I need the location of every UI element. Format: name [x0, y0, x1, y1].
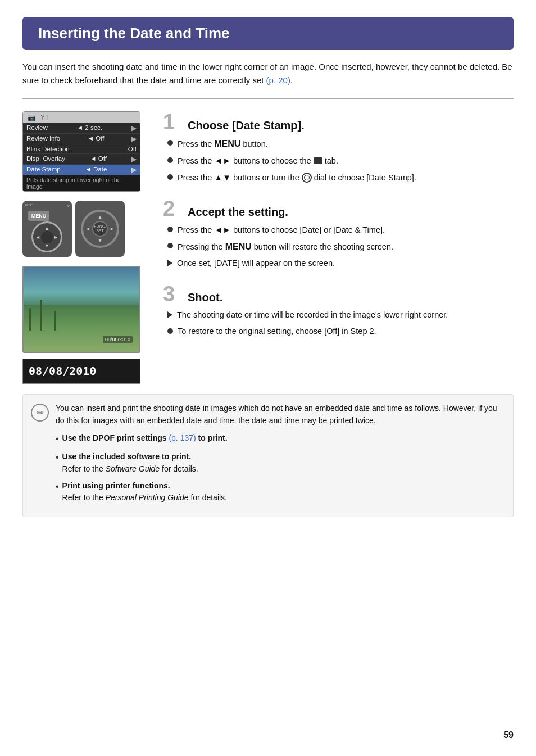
menu-key-label: MENU: [214, 139, 240, 148]
camera-buttons-image: FUNC⚙ MENU ▲ ▼ ◄ ► ▲ ▼ ◄ ► FUNC.S: [22, 201, 152, 257]
bullet-triangle-icon: [167, 311, 172, 318]
note-list-item-3: Print using printer functions. Refer to …: [56, 480, 503, 504]
section-divider: [22, 98, 514, 99]
left-column: 📷 YT Review ◄ 2 sec. ▶ Review Info ◄ Off…: [22, 111, 152, 384]
content-area: 📷 YT Review ◄ 2 sec. ▶ Review Info ◄ Off…: [22, 111, 514, 384]
camera-right-panel: ▲ ▼ ◄ ► FUNC.SET: [75, 201, 125, 257]
note-content: You can insert and print the shooting da…: [56, 402, 503, 509]
func-set-button: FUNC.SET: [92, 221, 108, 237]
step-1-bullet-2: Press the ◄► buttons to choose the tab.: [167, 155, 514, 168]
step-1-number: 1: [163, 111, 183, 133]
step-2-title: Accept the setting.: [188, 206, 288, 219]
right-column: 1 Choose [Date Stamp]. Press the MENU bu…: [163, 111, 514, 384]
menu-row-disp-overlay: Disp. Overlay ◄ Off ▶: [23, 154, 140, 165]
camera-tab-icon: 📷: [28, 114, 36, 121]
step-2-bullets: Press the ◄► buttons to choose [Date] or…: [163, 224, 514, 270]
camera-menu-header: 📷 YT: [23, 112, 140, 123]
photo-preview-image: 08/08/2010: [22, 266, 140, 353]
step-2-bullet-2: Pressing the MENU button will restore th…: [167, 240, 514, 253]
func-right-icon: ►: [110, 226, 115, 232]
menu-row-info: Puts date stamp in lower right of the im…: [23, 175, 140, 191]
menu-row-blink-detection: Blink Detection Off: [23, 144, 140, 154]
bullet-circle-icon: [167, 243, 173, 248]
menu-tab-separator: YT: [40, 114, 49, 121]
menu-row-review-info: Review Info ◄ Off ▶: [23, 134, 140, 144]
dpof-link[interactable]: (p. 137): [169, 433, 196, 442]
date-stamp-text: 08/08/2010: [29, 364, 96, 378]
func-set-ring: ▲ ▼ ◄ ► FUNC.SET: [81, 210, 119, 248]
step-3-bullets: The shooting date or time will be record…: [163, 309, 514, 338]
note-list-item-2: Use the included software to print. Refe…: [56, 451, 503, 475]
pencil-icon: ✏: [37, 408, 44, 418]
intro-text: You can insert the shooting date and tim…: [22, 60, 514, 87]
func-up-icon: ▲: [98, 214, 103, 220]
bullet-circle-icon: [167, 140, 173, 146]
lr-arrows-icon: ◄►: [214, 156, 231, 165]
note-sub-text-3: Refer to the Personal Printing Guide for…: [62, 493, 227, 502]
bullet-circle-icon: [167, 227, 173, 232]
step-1-bullet-1: Press the MENU button.: [167, 137, 514, 151]
step-3-bullet-2: To restore to the original setting, choo…: [167, 325, 514, 338]
ud-arrows-icon: ▲▼: [214, 173, 231, 182]
menu-row-review: Review ◄ 2 sec. ▶: [23, 123, 140, 134]
step-1-bullets: Press the MENU button. Press the ◄► butt…: [163, 137, 514, 184]
step-2-section: 2 Accept the setting. Press the ◄► butto…: [163, 198, 514, 270]
bullet-circle-icon: [167, 328, 173, 334]
step-3-bullet-1: The shooting date or time will be record…: [167, 309, 514, 322]
func-left-icon: ◄: [85, 226, 90, 232]
func-down-icon: ▼: [98, 238, 103, 243]
step-2-bullet-1: Press the ◄► buttons to choose [Date] or…: [167, 224, 514, 237]
lr-arrows-icon: ◄►: [214, 225, 231, 234]
arrow-down-icon: ▼: [44, 243, 49, 248]
arrow-right-icon: ►: [53, 234, 58, 240]
step-1-bullet-3: Press the ▲▼ buttons or turn the dial to…: [167, 171, 514, 184]
menu-row-date-stamp: Date Stamp ◄ Date ▶: [23, 165, 140, 175]
arrow-left-icon: ◄: [35, 234, 40, 240]
step-1-title: Choose [Date Stamp].: [188, 119, 305, 132]
note-sub-text-2: Refer to the Software Guide for details.: [62, 464, 198, 473]
step-2-number: 2: [163, 198, 183, 219]
camera-tab-inline-icon: [314, 157, 322, 164]
note-list-item-1: Use the DPOF print settings (p. 137) to …: [56, 432, 503, 446]
note-icon: ✏: [31, 404, 49, 422]
step-3-number: 3: [163, 283, 183, 305]
dial-icon: [302, 173, 312, 183]
menu-button-label: MENU: [28, 211, 49, 221]
step-2-bullet-3: Once set, [DATE] will appear on the scre…: [167, 257, 514, 270]
step-1-section: 1 Choose [Date Stamp]. Press the MENU bu…: [163, 111, 514, 184]
bullet-circle-icon: [167, 157, 173, 163]
camera-left-panel: FUNC⚙ MENU ▲ ▼ ◄ ►: [22, 201, 72, 257]
step-1-header: 1 Choose [Date Stamp].: [163, 111, 514, 133]
step-3-section: 3 Shoot. The shooting date or time will …: [163, 283, 514, 338]
arrow-up-icon: ▲: [44, 225, 49, 231]
step-3-header: 3 Shoot.: [163, 283, 514, 305]
intro-link[interactable]: (p. 20): [266, 75, 290, 85]
dial-inner: [41, 231, 53, 243]
note-section: ✏ You can insert and print the shooting …: [22, 394, 514, 517]
step-3-title: Shoot.: [188, 291, 222, 304]
step-2-header: 2 Accept the setting.: [163, 198, 514, 219]
bullet-triangle-icon: [167, 260, 172, 266]
page-title: Inserting the Date and Time: [22, 17, 514, 50]
camera-dial-ring: ▲ ▼ ◄ ►: [31, 221, 62, 252]
date-stamp-box: 08/08/2010: [22, 359, 140, 384]
camera-menu-rows: Review ◄ 2 sec. ▶ Review Info ◄ Off ▶ Bl…: [23, 123, 140, 191]
note-text: You can insert and print the shooting da…: [56, 404, 497, 425]
photo-date-overlay: 08/08/2010: [103, 336, 133, 343]
note-list: Use the DPOF print settings (p. 137) to …: [56, 432, 503, 504]
menu-key-label2: MENU: [225, 242, 252, 251]
page-number: 59: [503, 730, 514, 740]
bullet-circle-icon: [167, 174, 173, 180]
camera-menu-screenshot: 📷 YT Review ◄ 2 sec. ▶ Review Info ◄ Off…: [22, 111, 140, 192]
